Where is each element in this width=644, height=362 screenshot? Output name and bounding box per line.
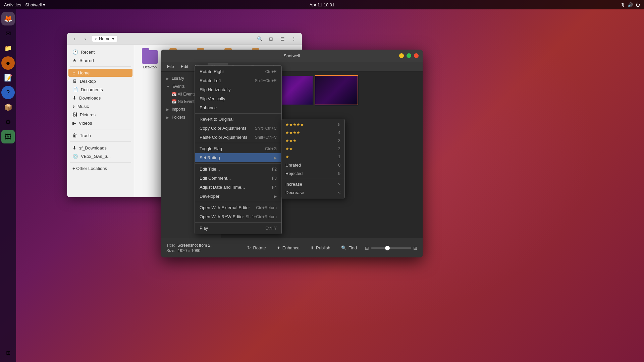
taskbar-text[interactable]: 📝 [1,71,15,84]
taskbar-firefox[interactable]: 🦊 [1,12,15,25]
fm-location-bar[interactable]: ⌂ Home ▾ [92,35,117,42]
pictures-icon: 🖼 [72,112,77,117]
cm-paste-color[interactable]: Paste Color Adjustments Shift+Ctrl+V [195,133,281,142]
cm-edit-comment-shortcut: F3 [272,176,277,181]
taskbar-amazon[interactable]: 📦 [1,101,15,114]
cm-flip-horizontal[interactable]: Flip Horizontally [195,85,281,94]
cm-play[interactable]: Play Ctrl+Y [195,224,281,233]
fm-search-button[interactable]: 🔍 [255,34,264,44]
cm-toggle-flag-shortcut: Ctrl+G [265,146,277,151]
fm-recent[interactable]: 🕐 Recent [68,48,132,56]
cm-edit-comment[interactable]: Edit Comment... F3 [195,174,281,183]
taskbar-app1[interactable]: ● [1,56,15,70]
sw-zoom-slider[interactable] [371,247,411,249]
fm-vbox[interactable]: 💿 VBox_GAs_6... [68,152,132,160]
taskbar-shotwell[interactable]: 🖼 [1,130,15,143]
fm-pictures[interactable]: 🖼 Pictures [68,111,132,119]
cm-adjust-date[interactable]: Adjust Date and Time... F4 [195,183,281,192]
fm-dropdown-icon[interactable]: ▾ [112,36,114,41]
cm-toggle-flag[interactable]: Toggle Flag Ctrl+G [195,144,281,153]
cm-copy-color-shortcut: Shift+Ctrl+C [255,126,277,131]
publish-label: Publish [316,245,330,250]
fm-view-list-button[interactable]: ☰ [278,34,287,44]
cm-copy-color[interactable]: Copy Color Adjustments Shift+Ctrl+C [195,124,281,133]
sw-menu-edit[interactable]: Edit [177,63,192,70]
sw-close-btn[interactable] [414,53,419,58]
fm-videos[interactable]: ▶ Videos [68,119,132,127]
fm-documents-label: Documents [81,87,103,92]
cm-open-external[interactable]: Open With External Editor Ctrl+Return [195,203,281,212]
zoom-out-icon[interactable]: ⊟ [365,245,369,251]
rs-2-stars[interactable]: ★★ 2 [281,145,344,153]
fm-other-locations[interactable]: + Other Locations [68,165,132,172]
sw-enhance-btn[interactable]: ✦ Enhance [274,244,302,252]
cm-flip-vertical[interactable]: Flip Vertically [195,94,281,103]
fm-home-sidebar-label: Home [78,70,90,75]
rs-decrease-label: Decrease [285,190,304,195]
sw-maximize-btn[interactable] [407,53,411,58]
cm-developer[interactable]: Developer ▶ [195,192,281,201]
sw-imports-expand: ▶ [166,108,169,111]
fm-documents[interactable]: 📄 Documents [68,85,132,94]
fm-downloads[interactable]: ⬇ Downloads [68,94,132,102]
sw-publish-btn[interactable]: ⬆ Publish [308,244,333,252]
taskbar-grid[interactable]: ⊞ [1,346,15,359]
fm-trash[interactable]: 🗑 Trash [68,131,132,139]
fm-divider3 [70,141,131,142]
sw-status-info: Title: Screenshot from 2... Size: 1920 ×… [166,243,214,253]
volume-icon[interactable]: 🔊 [628,2,633,7]
rs-4-stars[interactable]: ★★★★ 4 [281,129,344,137]
cm-set-rating[interactable]: Set Rating ▶ [195,153,281,162]
fm-starred[interactable]: ★ Starred [68,56,132,64]
cm-rotate-right[interactable]: Rotate Right Ctrl+R [195,67,281,76]
fm-music[interactable]: ♪ Music [68,102,132,110]
folder-desktop-icon [142,50,158,64]
rs-3-stars[interactable]: ★★★ 3 [281,137,344,145]
sw-menu-file[interactable]: File [164,63,177,70]
taskbar-help[interactable]: ? [1,86,15,99]
taskbar-settings[interactable]: ⚙ [1,115,15,129]
rs-5-stars[interactable]: ★★★★★ 5 [281,121,344,129]
sw-find-btn[interactable]: 🔍 Find [338,244,360,252]
sw-events-label: Events [172,84,185,89]
app-dropdown-icon[interactable]: ▾ [43,2,45,7]
music-icon: ♪ [72,104,75,109]
power-icon[interactable]: ⏻ [636,2,640,7]
sw-thumb-3[interactable] [315,75,358,105]
cm-open-raw[interactable]: Open With RAW Editor Shift+Ctrl+Return [195,212,281,221]
cm-rotate-left[interactable]: Rotate Left Shift+Ctrl+R [195,76,281,85]
sw-zoom-control: ⊟ ⊞ [365,245,417,251]
sw-rotate-btn[interactable]: ↻ Rotate [245,244,268,252]
find-icon: 🔍 [341,245,346,250]
starred-icon: ★ [72,58,77,63]
downloads-icon: ⬇ [72,95,76,101]
sw-all-events-icon: 📅 [172,92,177,97]
cm-revert[interactable]: Revert to Original [195,115,281,124]
app-indicator[interactable]: Shotwell ▾ [25,2,45,7]
fm-desktop[interactable]: 🖥 Desktop [68,77,132,85]
fm-folder-desktop[interactable]: Desktop [138,49,162,70]
cm-enhance[interactable]: Enhance [195,103,281,112]
fm-home[interactable]: ⌂ Home [68,69,132,77]
sw-minimize-btn[interactable] [399,53,404,58]
cm-edit-title[interactable]: Edit Title... F2 [195,165,281,174]
rs-rejected[interactable]: Rejected 9 [281,169,344,178]
taskbar-mail[interactable]: ✉ [1,27,15,40]
rs-1-star[interactable]: ★ 1 [281,153,344,161]
rs-3-number: 3 [338,138,340,143]
fm-forward-button[interactable]: › [81,35,89,43]
fm-back-button[interactable]: ‹ [70,35,78,43]
activities-label[interactable]: Activities [4,2,21,7]
cm-paste-color-shortcut: Shift+Ctrl+V [255,135,277,140]
rs-increase[interactable]: Increase > [281,180,344,188]
fm-sf-downloads[interactable]: ⬇ sf_Downloads [68,144,132,152]
fm-view-button[interactable]: ⊞ [266,34,276,44]
rs-unrated[interactable]: Unrated 0 [281,161,344,169]
taskbar-files[interactable]: 📁 [1,42,15,55]
trash-icon: 🗑 [72,133,77,138]
fm-menu-button[interactable]: ⋮ [289,34,299,44]
zoom-in-icon[interactable]: ⊞ [413,245,417,251]
fm-other-label: + Other Locations [72,166,107,171]
rs-decrease[interactable]: Decrease < [281,188,344,197]
app-name: Shotwell [25,2,42,7]
